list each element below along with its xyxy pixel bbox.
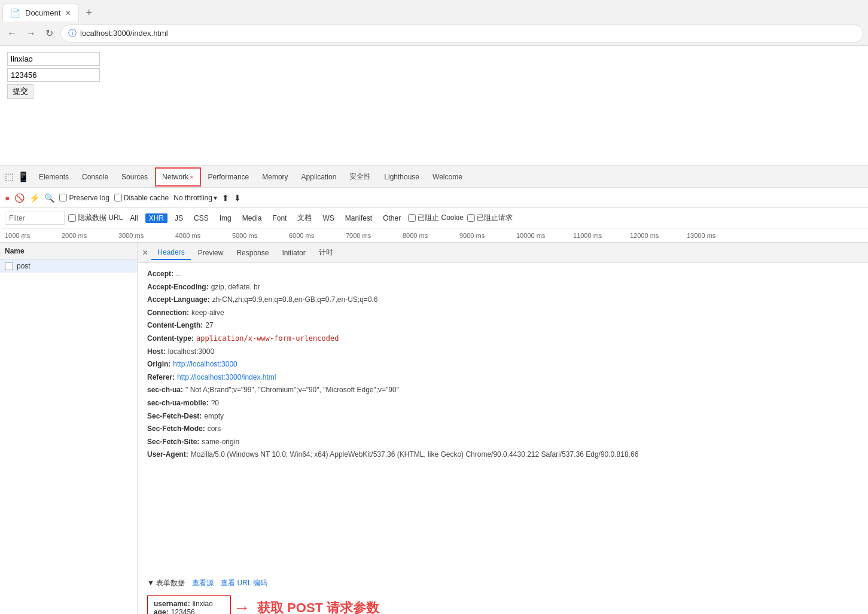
- network-main: Name post × Headers Preview Response Ini…: [0, 243, 868, 614]
- details-tab-preview[interactable]: Preview: [192, 246, 230, 259]
- info-icon: ⓘ: [68, 28, 77, 39]
- network-item-name: post: [17, 262, 31, 270]
- blocked-requests-checkbox[interactable]: [467, 214, 475, 222]
- back-btn[interactable]: ←: [5, 26, 19, 41]
- hide-data-url-checkbox[interactable]: [68, 214, 76, 222]
- filter-manifest[interactable]: Manifest: [342, 213, 376, 223]
- details-tab-response[interactable]: Response: [230, 246, 275, 259]
- header-connection: Connection: keep-alive: [147, 307, 858, 320]
- details-tabs: × Headers Preview Response Initiator 计时: [138, 243, 868, 263]
- filter-img[interactable]: Img: [216, 213, 235, 223]
- form-data-row-username: username: linxiao: [154, 600, 224, 608]
- annotation-text: 获取 POST 请求参数: [257, 599, 379, 614]
- timeline-label-9: 9000 ms: [459, 232, 516, 239]
- details-tab-headers[interactable]: Headers: [151, 246, 190, 260]
- tab-sources[interactable]: Sources: [115, 167, 154, 187]
- hide-data-url-label[interactable]: 隐藏数据 URL: [68, 213, 123, 223]
- submit-btn[interactable]: 提交: [7, 84, 33, 99]
- header-accept-language: Accept-Language: zh-CN,zh;q=0.9,en;q=0.8…: [147, 294, 858, 307]
- address-text: localhost:3000/index.html: [80, 29, 168, 38]
- stop-icon[interactable]: 🚫: [14, 193, 25, 203]
- annotation-arrow: →: [233, 598, 250, 614]
- disable-cache-checkbox[interactable]: [114, 194, 122, 201]
- form-data-with-annotation: username: linxiao age: 123456 → 获取 POST …: [138, 591, 868, 614]
- filter-ws[interactable]: WS: [319, 213, 337, 223]
- timeline-label-2: 2000 ms: [62, 232, 118, 239]
- reload-btn[interactable]: ↻: [43, 25, 56, 41]
- blocked-cookies-checkbox[interactable]: [408, 214, 416, 222]
- timeline-label-1: 1000 ms: [5, 232, 62, 239]
- new-tab-btn[interactable]: +: [81, 4, 98, 22]
- header-host: Host: localhost:3000: [147, 346, 858, 359]
- details-close-btn[interactable]: ×: [142, 248, 148, 258]
- details-tab-timing[interactable]: 计时: [313, 245, 339, 260]
- details-panel: × Headers Preview Response Initiator 计时 …: [138, 243, 868, 614]
- tab-memory[interactable]: Memory: [256, 167, 294, 187]
- filter-bar: 隐藏数据 URL All XHR JS CSS Img Media Font 文…: [0, 208, 868, 228]
- header-accept: Accept: ...: [147, 268, 858, 281]
- details-tab-initiator[interactable]: Initiator: [276, 246, 311, 259]
- blocked-requests-label[interactable]: 已阻止请求: [467, 213, 513, 223]
- timeline-labels: 1000 ms 2000 ms 3000 ms 4000 ms 5000 ms …: [5, 232, 744, 239]
- upload-icon[interactable]: ⬆: [222, 193, 229, 203]
- tab-lighthouse[interactable]: Lighthouse: [378, 167, 425, 187]
- filter-media[interactable]: Media: [239, 213, 266, 223]
- preserve-log-checkbox[interactable]: [59, 194, 67, 201]
- filter-js[interactable]: JS: [171, 213, 187, 223]
- active-tab[interactable]: 📄 Document ×: [2, 4, 79, 22]
- filter-doc[interactable]: 文档: [294, 212, 315, 224]
- header-content-type: Content-type: application/x-www-form-url…: [147, 332, 858, 346]
- page-content: 提交: [0, 46, 868, 166]
- filter-css[interactable]: CSS: [190, 213, 212, 223]
- tab-console[interactable]: Console: [76, 167, 114, 187]
- network-toolbar: ● 🚫 ⚡ 🔍 Preserve log Disable cache No th…: [0, 188, 868, 208]
- timeline-bar: 1000 ms 2000 ms 3000 ms 4000 ms 5000 ms …: [0, 228, 868, 243]
- download-icon[interactable]: ⬇: [234, 193, 241, 203]
- form-data-actions-row: ▼ 表单数据 查看源 查看 URL 编码: [138, 576, 868, 591]
- header-sec-fetch-mode: Sec-Fetch-Mode: cors: [147, 423, 858, 436]
- tab-application[interactable]: Application: [296, 167, 343, 187]
- address-bar[interactable]: ⓘ localhost:3000/index.html: [60, 25, 863, 42]
- tab-security[interactable]: 安全性: [343, 167, 377, 187]
- blocked-cookies-label[interactable]: 已阻止 Cookie: [408, 213, 464, 223]
- search-icon[interactable]: 🔍: [44, 193, 54, 203]
- inspect-element-icon[interactable]: ⬚: [5, 171, 14, 182]
- filter-all[interactable]: All: [126, 213, 141, 223]
- close-tab-btn[interactable]: ×: [65, 8, 71, 19]
- username-input[interactable]: [7, 52, 100, 66]
- timeline-label-5: 5000 ms: [232, 232, 289, 239]
- filter-input[interactable]: [5, 212, 65, 225]
- filter-other[interactable]: Other: [379, 213, 404, 223]
- timeline-label-8: 8000 ms: [403, 232, 459, 239]
- tab-elements[interactable]: Elements: [33, 167, 75, 187]
- network-item-post[interactable]: post: [0, 259, 137, 273]
- tab-network[interactable]: Network ×: [155, 167, 200, 187]
- timeline-label-13: 13000 ms: [687, 232, 744, 239]
- devtools: ⬚ 📱 Elements Console Sources Network × P…: [0, 166, 868, 614]
- filter-xhr[interactable]: XHR: [145, 213, 167, 223]
- timeline-label-7: 7000 ms: [346, 232, 403, 239]
- nav-bar: ← → ↻ ⓘ localhost:3000/index.html: [0, 22, 868, 45]
- record-icon[interactable]: ●: [5, 193, 10, 203]
- header-referer: Referer: http://localhost:3000/index.htm…: [147, 371, 858, 384]
- forward-btn[interactable]: →: [24, 26, 38, 41]
- tab-welcome[interactable]: Welcome: [427, 167, 468, 187]
- form-data-container: ▼ 表单数据 查看源 查看 URL 编码 username: linxiao a…: [138, 576, 868, 614]
- throttle-select[interactable]: No throttling ▾: [173, 194, 217, 202]
- view-source-btn[interactable]: 查看源: [192, 578, 214, 588]
- form-data-title: ▼ 表单数据: [147, 578, 185, 588]
- device-toolbar-icon[interactable]: 📱: [17, 171, 29, 182]
- header-origin: Origin: http://localhost:3000: [147, 358, 858, 371]
- password-input[interactable]: [7, 68, 100, 82]
- view-url-encoded-btn[interactable]: 查看 URL 编码: [221, 578, 267, 588]
- network-item-checkbox[interactable]: [5, 262, 13, 270]
- tab-network-close[interactable]: ×: [190, 173, 193, 181]
- form-data-section: username: linxiao age: 123456: [147, 595, 231, 614]
- timeline-label-11: 11000 ms: [573, 232, 630, 239]
- tab-performance[interactable]: Performance: [202, 167, 255, 187]
- tab-bar: 📄 Document × +: [0, 0, 868, 22]
- preserve-log-label[interactable]: Preserve log: [59, 194, 109, 202]
- filter-icon[interactable]: ⚡: [29, 193, 39, 203]
- disable-cache-label[interactable]: Disable cache: [114, 194, 169, 202]
- filter-font[interactable]: Font: [269, 213, 290, 223]
